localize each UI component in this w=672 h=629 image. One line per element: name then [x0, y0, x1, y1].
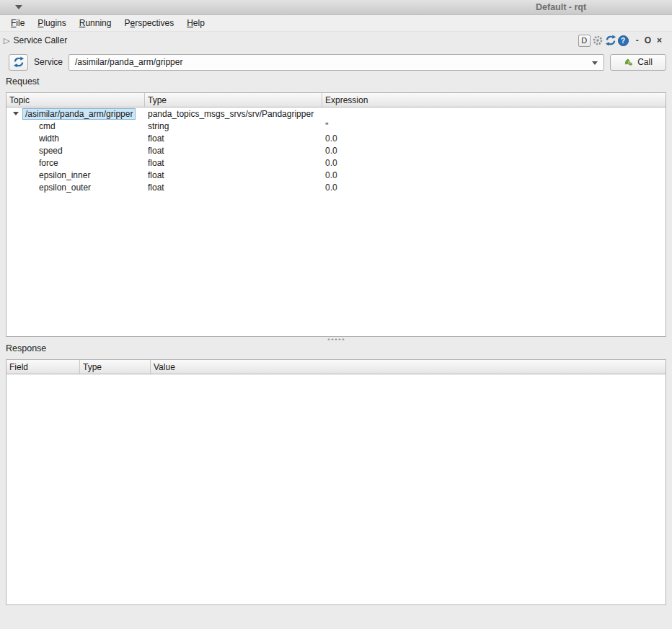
request-col-topic[interactable]: Topic	[6, 93, 145, 107]
service-bar: Service /asimilar/panda_arm/gripper Call	[6, 53, 666, 71]
dock-window-controls: - O ×	[636, 36, 662, 45]
request-expression-cell[interactable]: 0.0	[322, 169, 666, 181]
rqt-window: Default - rqt FilePluginsRunningPerspect…	[0, 0, 672, 605]
request-row[interactable]: forcefloat0.0	[6, 157, 666, 169]
request-table-body: /asimilar/panda_arm/gripperpanda_topics_…	[6, 107, 666, 193]
splitter-dots-icon	[327, 338, 345, 340]
request-topic-cell[interactable]: /asimilar/panda_arm/gripper	[6, 107, 145, 120]
menu-help[interactable]: Help	[180, 17, 211, 30]
request-section-label: Request	[6, 76, 672, 88]
refresh-icon	[13, 56, 25, 68]
request-table-header: Topic Type Expression	[6, 93, 666, 107]
plugin-title: Service Caller	[13, 35, 67, 45]
request-row[interactable]: widthfloat0.0	[6, 132, 666, 144]
request-expression-cell[interactable]: 0.0	[322, 132, 666, 144]
request-type-cell: panda_topics_msgs_srvs/srv/Pandagripper	[145, 107, 322, 120]
service-combobox[interactable]: /asimilar/panda_arm/gripper	[68, 54, 604, 71]
response-col-type[interactable]: Type	[80, 360, 151, 374]
chevron-down-icon	[592, 61, 598, 65]
menu-perspectives[interactable]: Perspectives	[118, 17, 180, 30]
response-col-value[interactable]: Value	[151, 360, 666, 374]
request-row[interactable]: /asimilar/panda_arm/gripperpanda_topics_…	[6, 107, 666, 120]
window-menu-triangle-icon[interactable]	[15, 5, 22, 9]
request-expression-cell[interactable]	[322, 107, 666, 120]
menu-bar: FilePluginsRunningPerspectivesHelp	[0, 15, 672, 32]
response-section-label: Response	[6, 343, 672, 355]
window-title: Default - rqt	[536, 2, 586, 12]
request-topic-cell[interactable]: speed	[6, 144, 145, 157]
settings-gear-icon[interactable]	[592, 35, 604, 46]
plugin-titlebar-buttons: D ? - O ×	[578, 35, 662, 47]
splitter-handle[interactable]	[0, 337, 672, 341]
request-row[interactable]: epsilon_outerfloat0.0	[6, 181, 666, 193]
request-type-cell: float	[145, 181, 322, 193]
menu-running[interactable]: Running	[73, 17, 118, 30]
request-col-expression[interactable]: Expression	[322, 93, 666, 107]
reload-plugin-icon[interactable]	[605, 35, 616, 46]
request-type-cell: float	[145, 169, 322, 181]
response-table: Field Type Value	[6, 359, 666, 605]
request-topic-cell[interactable]: width	[6, 132, 145, 144]
float-button[interactable]: O	[645, 36, 651, 45]
request-row[interactable]: cmdstring''	[6, 120, 666, 132]
menu-plugins[interactable]: Plugins	[31, 17, 72, 30]
request-row[interactable]: speedfloat0.0	[6, 144, 666, 157]
request-type-cell: float	[145, 144, 322, 157]
titlebar[interactable]: Default - rqt	[0, 0, 672, 15]
response-table-header: Field Type Value	[6, 360, 666, 374]
request-expression-cell[interactable]: 0.0	[322, 181, 666, 193]
request-topic-cell[interactable]: cmd	[6, 120, 145, 132]
request-type-cell: string	[145, 120, 322, 132]
help-icon[interactable]: ?	[618, 35, 629, 46]
request-type-cell: float	[145, 157, 322, 169]
request-topic-cell[interactable]: epsilon_outer	[6, 181, 145, 193]
response-col-field[interactable]: Field	[6, 360, 80, 374]
plugin-titlebar: ▷ Service Caller D ? - O	[0, 32, 672, 49]
request-row[interactable]: epsilon_innerfloat0.0	[6, 169, 666, 181]
collapse-triangle-icon[interactable]: ▷	[4, 36, 9, 45]
refresh-services-button[interactable]	[9, 54, 28, 71]
request-topic-cell[interactable]: force	[6, 157, 145, 169]
request-table: Topic Type Expression /asimilar/panda_ar…	[6, 92, 666, 337]
request-expression-cell[interactable]: 0.0	[322, 157, 666, 169]
close-button[interactable]: ×	[657, 36, 662, 45]
expander-triangle-icon[interactable]	[13, 112, 19, 115]
call-button[interactable]: Call	[610, 54, 666, 71]
menu-file[interactable]: File	[4, 17, 31, 30]
phone-icon	[624, 57, 634, 67]
request-col-type[interactable]: Type	[145, 93, 322, 107]
minimize-button[interactable]: -	[636, 36, 639, 45]
request-topic-cell[interactable]: epsilon_inner	[6, 169, 145, 181]
request-type-cell: float	[145, 132, 322, 144]
request-expression-cell[interactable]: 0.0	[322, 144, 666, 157]
service-label: Service	[34, 57, 63, 67]
request-expression-cell[interactable]: ''	[322, 120, 666, 132]
call-button-label: Call	[637, 57, 653, 67]
service-combobox-value: /asimilar/panda_arm/gripper	[75, 57, 182, 67]
dock-button[interactable]: D	[578, 35, 591, 47]
topic-name: /asimilar/panda_arm/gripper	[22, 108, 136, 120]
